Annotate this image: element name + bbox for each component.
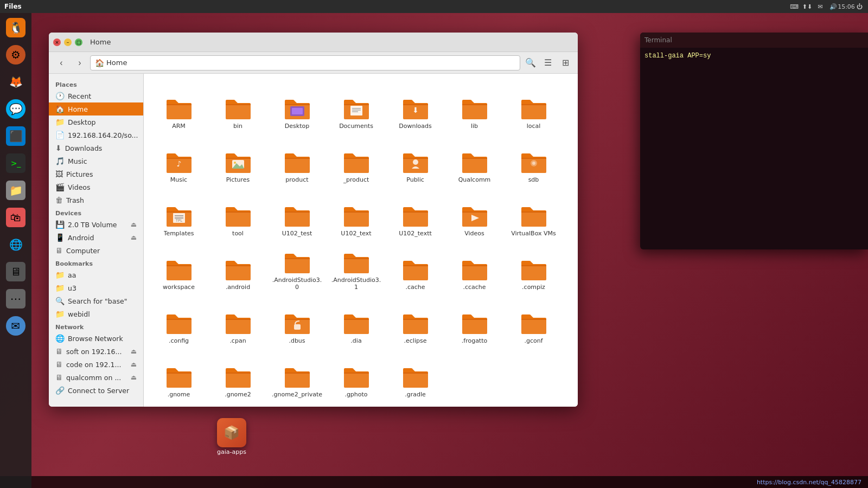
sidebar-item-code-server[interactable]: 🖥 code on 192.1... ⏏ (49, 358, 143, 371)
file-item-.AndroidStudio3.0[interactable]: .AndroidStudio3.0 (269, 241, 326, 293)
file-item-U102_test[interactable]: U102_test (269, 188, 326, 239)
file-item-.gconf[interactable]: .gconf (505, 295, 562, 346)
folder-icon-bin (224, 94, 253, 120)
file-item-.dbus[interactable]: .dbus (269, 295, 326, 346)
file-item-.config[interactable]: .config (150, 295, 207, 346)
dock-item-software[interactable]: 🛍 (3, 205, 28, 230)
eject-code-icon[interactable]: ⏏ (131, 361, 137, 368)
file-item-tool[interactable]: tool (209, 188, 266, 239)
file-item-local[interactable]: local (505, 80, 562, 132)
videos-icon: 🎬 (55, 183, 65, 191)
sidebar-item-aa[interactable]: 📁 aa (49, 268, 143, 281)
file-item-Templates[interactable]: TPL Templates (150, 188, 207, 239)
file-item-.eclipse[interactable]: .eclipse (387, 295, 444, 346)
file-item-Documents[interactable]: Documents (328, 80, 385, 132)
file-item-sdb[interactable]: sdb (505, 134, 562, 185)
eject-qualcomm-icon[interactable]: ⏏ (131, 374, 137, 381)
sidebar-item-label-music: Music (68, 157, 87, 165)
file-item-.gnome2[interactable]: .gnome2 (209, 349, 266, 400)
file-item-Music[interactable]: ♪ Music (150, 134, 207, 185)
folder-icon-.ccache (460, 255, 489, 281)
sidebar-item-label-desktop: Desktop (68, 118, 96, 126)
file-item-.cpan[interactable]: .cpan (209, 295, 266, 346)
file-item-Qualcomm[interactable]: Qualcomm (446, 134, 503, 185)
sidebar-item-home[interactable]: 🏠 Home (49, 102, 143, 115)
dock-item-mail[interactable]: ✉ (3, 313, 28, 338)
file-item-Downloads[interactable]: ⬇ Downloads (387, 80, 444, 132)
sidebar-item-music[interactable]: 🎵 Music (49, 155, 143, 168)
sidebar-item-videos[interactable]: 🎬 Videos (49, 181, 143, 194)
sidebar-item-qualcomm-server[interactable]: 🖥 qualcomm on ... ⏏ (49, 371, 143, 384)
file-item-.gnome2_private[interactable]: .gnome2_private (269, 349, 326, 400)
sidebar-item-trash[interactable]: 🗑 Trash (49, 194, 143, 207)
maximize-button[interactable]: □ (75, 38, 82, 46)
file-item-.cache[interactable]: .cache (387, 241, 444, 293)
view-toggle-button[interactable]: ⊞ (557, 55, 573, 70)
search-button[interactable]: 🔍 (522, 55, 539, 70)
minimize-button[interactable]: – (64, 38, 72, 46)
dock-item-files[interactable]: 📁 (3, 178, 28, 203)
sidebar-item-recent[interactable]: 🕐 Recent (49, 89, 143, 102)
sidebar-item-u3[interactable]: 📁 u3 (49, 281, 143, 294)
sidebar-item-browse-network[interactable]: 🌐 Browse Network (49, 332, 143, 345)
file-item-.AndroidStudio3.1[interactable]: .AndroidStudio3.1 (328, 241, 385, 293)
file-item-.gnome[interactable]: .gnome (150, 349, 207, 400)
sidebar-item-pictures[interactable]: 🖼 Pictures (49, 168, 143, 181)
dock-item-chrome[interactable]: 🌐 (3, 232, 28, 257)
sidebar-item-computer[interactable]: 🖥 Computer (49, 244, 143, 257)
dock-item-more[interactable]: ⋯ (3, 286, 28, 311)
eject-soft-icon[interactable]: ⏏ (131, 348, 137, 355)
menu-button[interactable]: ☰ (540, 55, 556, 70)
sidebar-item-connect-server[interactable]: 🔗 Connect to Server (49, 384, 143, 397)
android-icon: 📱 (55, 233, 65, 242)
sidebar-item-downloads[interactable]: ⬇ Downloads (49, 142, 143, 155)
eject-android-icon[interactable]: ⏏ (131, 234, 137, 241)
dock-item-terminal[interactable]: >_ (3, 151, 28, 176)
file-item-Desktop[interactable]: Desktop (269, 80, 326, 132)
file-item-Videos[interactable]: Videos (446, 188, 503, 239)
file-item-.frogatto[interactable]: .frogatto (446, 295, 503, 346)
file-item-product[interactable]: product (269, 134, 326, 185)
dock-item-skype[interactable]: 💬 (3, 97, 28, 121)
file-item-.compiz[interactable]: .compiz (505, 241, 562, 293)
back-button[interactable]: ‹ (53, 55, 69, 70)
file-label-.cpan: .cpan (229, 337, 246, 344)
file-item-U102_text[interactable]: U102_text (328, 188, 385, 239)
file-item-ARM[interactable]: ARM (150, 80, 207, 132)
close-button[interactable]: × (53, 38, 61, 46)
sidebar-item-webidl[interactable]: 📁 webidl (49, 307, 143, 320)
file-item-_product[interactable]: _product (328, 134, 385, 185)
sidebar-item-android[interactable]: 📱 Android ⏏ (49, 231, 143, 244)
file-item-.gphoto[interactable]: .gphoto (328, 349, 385, 400)
dock-item-settings[interactable]: ⚙ (3, 42, 28, 67)
sidebar-item-search-base[interactable]: 🔍 Search for "base" (49, 294, 143, 307)
file-item-workspace[interactable]: workspace (150, 241, 207, 293)
sidebar-item-desktop[interactable]: 📁 Desktop (49, 115, 143, 129)
file-item-.ccache[interactable]: .ccache (446, 241, 503, 293)
power-icon[interactable]: ⏻ (855, 2, 864, 11)
file-item-Pictures[interactable]: Pictures (209, 134, 266, 185)
dock-item-ubuntu[interactable]: 🐧 (3, 15, 28, 40)
file-item-VirtualBox_VMs[interactable]: VirtualBox VMs (505, 188, 562, 239)
eject-volume-icon[interactable]: ⏏ (131, 221, 137, 228)
file-item-.android[interactable]: .android (209, 241, 266, 293)
file-item-lib[interactable]: lib (446, 80, 503, 132)
location-bar[interactable]: 🏠 Home (90, 55, 520, 70)
sidebar-item-volume[interactable]: 💾 2.0 TB Volume ⏏ (49, 218, 143, 231)
file-label-.cache: .cache (405, 284, 425, 291)
gaia-apps-icon[interactable]: 📦 (217, 418, 246, 447)
file-item-U102_textt[interactable]: U102_textt (387, 188, 444, 239)
dock-item-vscode[interactable]: ⬛ (3, 124, 28, 149)
folder-icon-.android (224, 255, 253, 281)
forward-button[interactable]: › (72, 55, 88, 70)
file-item-.dia[interactable]: .dia (328, 295, 385, 346)
sidebar-item-ip-file[interactable]: 📄 192.168.164.20/so... (49, 129, 143, 142)
sidebar-item-soft-server[interactable]: 🖥 soft on 192.16... ⏏ (49, 345, 143, 358)
dock-item-firefox[interactable]: 🦊 (3, 69, 28, 94)
file-item-Public[interactable]: Public (387, 134, 444, 185)
file-label-Templates: Templates (164, 230, 194, 237)
dock-item-screenshot[interactable]: 🖥 (3, 259, 28, 284)
file-item-.gradle[interactable]: .gradle (387, 349, 444, 400)
file-label-.gphoto: .gphoto (344, 391, 367, 398)
file-item-bin[interactable]: bin (209, 80, 266, 132)
